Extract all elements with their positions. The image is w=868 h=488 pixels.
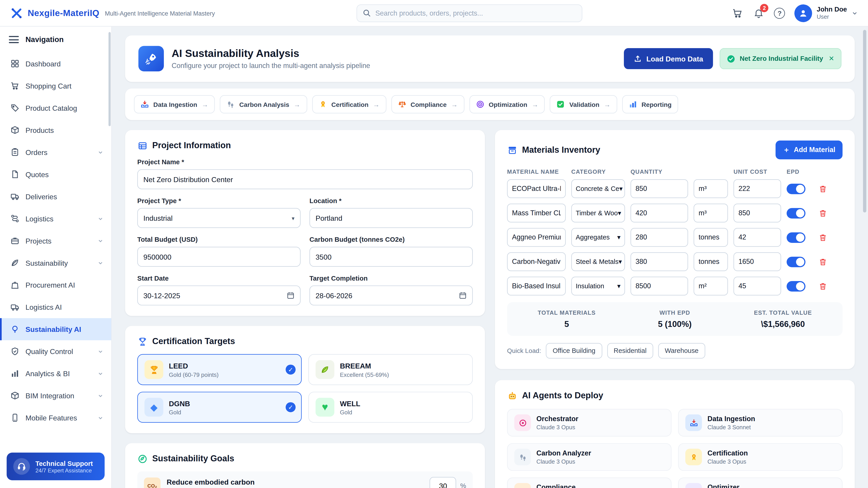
- sidebar-item-logistics[interactable]: Logistics: [0, 207, 111, 230]
- close-icon[interactable]: ✕: [829, 55, 834, 62]
- unit-cost-input[interactable]: [734, 252, 781, 271]
- project-name-input[interactable]: [137, 169, 473, 189]
- quantity-input[interactable]: [630, 228, 688, 247]
- step-reporting[interactable]: Reporting: [622, 95, 678, 113]
- step-optimization[interactable]: Optimization →: [469, 95, 545, 113]
- chevron-down-icon: [97, 238, 103, 244]
- step-certification[interactable]: Certification →: [312, 95, 386, 113]
- quantity-input[interactable]: [630, 252, 688, 271]
- user-menu[interactable]: John Doe User: [795, 4, 858, 22]
- delete-material-button[interactable]: [816, 256, 829, 268]
- notifications-bell-icon[interactable]: 2: [752, 7, 765, 19]
- quantity-input[interactable]: [630, 276, 688, 295]
- technical-support-card[interactable]: Technical Support 24/7 Expert Assistance: [6, 453, 104, 480]
- category-select[interactable]: Timber & Woo▾: [571, 203, 625, 222]
- sidebar-item-quotes[interactable]: Quotes: [0, 163, 111, 185]
- sidebar-item-projects[interactable]: Projects: [0, 230, 111, 252]
- unit-cost-input[interactable]: [734, 276, 781, 295]
- target-completion-input[interactable]: 28-06-2026: [309, 286, 473, 305]
- material-name-input[interactable]: [507, 203, 566, 222]
- search-input[interactable]: [375, 9, 576, 17]
- bar-chart-icon: [10, 369, 20, 378]
- cart-icon[interactable]: [732, 7, 744, 19]
- delete-material-button[interactable]: [816, 183, 829, 195]
- step-compliance[interactable]: Compliance →: [391, 95, 465, 113]
- sidebar-scrollbar[interactable]: [108, 32, 111, 126]
- sidebar-item-orders[interactable]: Orders: [0, 141, 111, 163]
- unit-input[interactable]: [694, 228, 728, 247]
- cert-option-leed[interactable]: LEED Gold (60-79 points) ✓: [137, 354, 302, 385]
- agent-certification[interactable]: Certification Claude 3 Opus: [678, 443, 842, 471]
- step-carbon-analysis[interactable]: Carbon Analysis →: [220, 95, 307, 113]
- material-name-input[interactable]: [507, 179, 566, 198]
- sidebar-item-procurement-ai[interactable]: Procurement AI: [0, 274, 111, 296]
- category-select[interactable]: Concrete & Ce▾: [571, 179, 625, 198]
- material-name-input[interactable]: [507, 228, 566, 247]
- cert-option-breeam[interactable]: BREEAM Excellent (55-69%): [308, 354, 473, 385]
- start-date-input[interactable]: 30-12-2025: [137, 286, 301, 305]
- scales-icon: [514, 483, 531, 488]
- epd-toggle[interactable]: [786, 232, 805, 242]
- cert-option-well[interactable]: ♥ WELL Gold: [308, 392, 473, 423]
- sidebar-item-bim-integration[interactable]: BIM Integration: [0, 385, 111, 407]
- quantity-input[interactable]: [630, 179, 688, 198]
- unit-input[interactable]: [694, 203, 728, 222]
- unit-input[interactable]: [694, 252, 728, 271]
- with-epd-value: 5 (100%): [621, 319, 729, 329]
- sidebar-item-logistics-ai[interactable]: Logistics AI: [0, 296, 111, 318]
- quick-load-residential[interactable]: Residential: [607, 343, 653, 359]
- delete-material-button[interactable]: [816, 207, 829, 219]
- epd-toggle[interactable]: [786, 256, 805, 267]
- location-input[interactable]: [309, 208, 473, 228]
- leaf-icon: [315, 360, 334, 379]
- agent-orchestrator[interactable]: Orchestrator Claude 3 Opus: [507, 409, 671, 436]
- bar-chart-icon: [629, 100, 637, 108]
- step-validation[interactable]: Validation →: [550, 95, 617, 113]
- unit-cost-input[interactable]: [734, 203, 781, 222]
- quick-load-warehouse[interactable]: Warehouse: [658, 343, 705, 359]
- delete-material-button[interactable]: [816, 280, 829, 292]
- sidebar-item-sustainability-ai[interactable]: Sustainability AI: [0, 318, 111, 340]
- carbon-budget-input[interactable]: [309, 247, 473, 267]
- agent-data-ingestion[interactable]: Data Ingestion Claude 3 Sonnet: [678, 409, 842, 436]
- category-select[interactable]: Insulation▾: [571, 276, 625, 295]
- agent-carbon-analyzer[interactable]: Carbon Analyzer Claude 3 Opus: [507, 443, 671, 471]
- quick-load-office-building[interactable]: Office Building: [546, 343, 602, 359]
- unit-input[interactable]: [694, 179, 728, 198]
- step-data-ingestion[interactable]: Data Ingestion →: [134, 95, 215, 113]
- category-select[interactable]: Aggregates▾: [571, 228, 625, 247]
- unit-input[interactable]: [694, 276, 728, 295]
- menu-toggle-icon[interactable]: [9, 36, 19, 43]
- category-select[interactable]: Steel & Metals▾: [571, 252, 625, 271]
- load-demo-data-button[interactable]: Load Demo Data: [624, 48, 713, 69]
- page-scrollbar[interactable]: [863, 30, 866, 484]
- quantity-input[interactable]: [630, 203, 688, 222]
- epd-toggle[interactable]: [786, 281, 805, 291]
- sidebar-item-analytics-bi[interactable]: Analytics & BI: [0, 362, 111, 385]
- goal-value-input[interactable]: [430, 477, 456, 488]
- sidebar-item-quality-control[interactable]: Quality Control: [0, 340, 111, 362]
- material-name-input[interactable]: [507, 252, 566, 271]
- total-materials-value: 5: [513, 319, 621, 329]
- cert-option-dgnb[interactable]: ◆ DGNB Gold ✓: [137, 392, 302, 423]
- help-icon[interactable]: ?: [774, 7, 786, 19]
- sidebar-item-deliveries[interactable]: Deliveries: [0, 185, 111, 207]
- total-budget-input[interactable]: [137, 247, 301, 267]
- sidebar-item-dashboard[interactable]: Dashboard: [0, 53, 111, 75]
- delete-material-button[interactable]: [816, 231, 829, 243]
- unit-cost-input[interactable]: [734, 179, 781, 198]
- agent-optimizer[interactable]: Optimizer Claude 3 Opus: [678, 477, 842, 488]
- material-name-input[interactable]: [507, 276, 566, 295]
- sidebar-item-product-catalog[interactable]: Product Catalog: [0, 97, 111, 119]
- sidebar-item-shopping-cart[interactable]: Shopping Cart: [0, 75, 111, 97]
- sidebar-item-mobile-features[interactable]: Mobile Features: [0, 407, 111, 429]
- project-type-select[interactable]: Industrial ▾: [137, 208, 301, 228]
- sidebar-item-sustainability[interactable]: Sustainability: [0, 252, 111, 274]
- brand-logo[interactable]: Nexgile-MateriIQ: [10, 6, 99, 20]
- epd-toggle[interactable]: [786, 208, 805, 219]
- epd-toggle[interactable]: [786, 184, 805, 194]
- sidebar-item-products[interactable]: Products: [0, 119, 111, 141]
- agent-compliance[interactable]: Compliance Claude 3 Sonnet: [507, 477, 671, 488]
- unit-cost-input[interactable]: [734, 228, 781, 247]
- add-material-button[interactable]: ＋ Add Material: [776, 140, 842, 159]
